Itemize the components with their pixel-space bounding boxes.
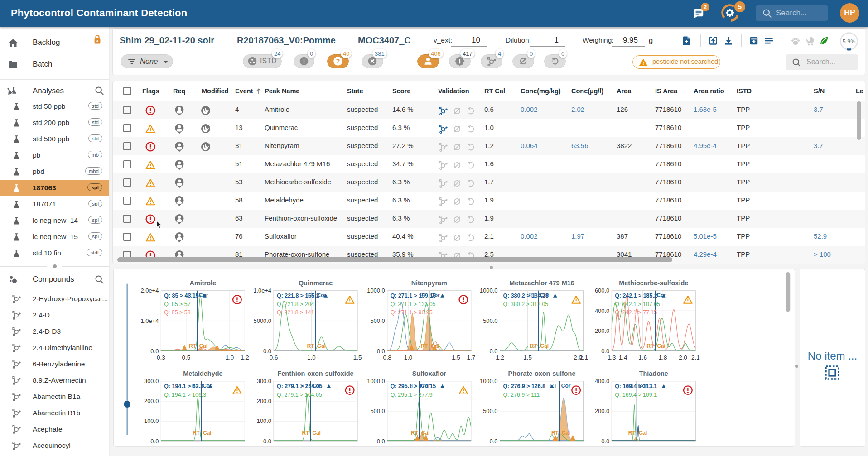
svg-text:RT: RT xyxy=(411,430,419,436)
svg-text:RT: RT xyxy=(307,343,315,349)
svg-text:RT: RT xyxy=(189,343,197,349)
svg-text:2.0: 2.0 xyxy=(679,354,687,361)
svg-text:Q: 194.1 > 106.3: Q: 194.1 > 106.3 xyxy=(164,392,206,398)
svg-text:Sulfoxaflor: Sulfoxaflor xyxy=(412,370,447,377)
svg-text:300.0: 300.0 xyxy=(144,378,159,384)
svg-text:Fenthion-oxon-sulfoxide: Fenthion-oxon-sulfoxide xyxy=(278,370,354,377)
svg-text:Metazachlor 479 M16: Metazachlor 479 M16 xyxy=(509,279,574,287)
svg-text:1.0: 1.0 xyxy=(226,354,234,361)
svg-text:0.8: 0.8 xyxy=(383,354,391,361)
svg-text:300.0: 300.0 xyxy=(257,378,271,384)
svg-text:100.0: 100.0 xyxy=(144,418,159,424)
svg-text:1.0e+4: 1.0e+4 xyxy=(140,317,159,324)
svg-text:Q: 279.1 > 264.05: Q: 279.1 > 264.05 xyxy=(277,383,323,389)
svg-text:100.0: 100.0 xyxy=(257,418,271,424)
svg-text:2.1: 2.1 xyxy=(579,354,588,361)
svg-text:Q: 85 > 57: Q: 85 > 57 xyxy=(164,301,190,307)
svg-text:0.0: 0.0 xyxy=(150,348,159,355)
svg-text:200.0: 200.0 xyxy=(257,398,271,404)
svg-text:Q: 221.8 > 165.2: Q: 221.8 > 165.2 xyxy=(277,293,319,299)
svg-text:Q: 85 > 58: Q: 85 > 58 xyxy=(164,309,190,316)
svg-text:500.0: 500.0 xyxy=(483,317,497,324)
svg-text:0.0: 0.0 xyxy=(377,438,385,445)
svg-text:Q: 295.1 > 174.15: Q: 295.1 > 174.15 xyxy=(391,383,436,389)
svg-text:Q: 276.9 > 126.8: Q: 276.9 > 126.8 xyxy=(503,383,545,389)
svg-text:0.0: 0.0 xyxy=(263,348,271,355)
svg-text:Methiocarbe-sulfoxide: Methiocarbe-sulfoxide xyxy=(619,279,688,287)
svg-text:2.0e+4: 2.0e+4 xyxy=(140,287,159,294)
svg-text:1000.0: 1000.0 xyxy=(480,378,498,384)
svg-text:0.0: 0.0 xyxy=(263,438,271,445)
svg-text:Q: 271.1 > 159.15: Q: 271.1 > 159.15 xyxy=(391,293,436,299)
svg-text:Thiadone: Thiadone xyxy=(639,370,668,377)
svg-text:Q: 169.4 > 109.1: Q: 169.4 > 109.1 xyxy=(615,392,657,398)
svg-text:Q: 380.2 > 312.05: Q: 380.2 > 312.05 xyxy=(503,301,548,307)
svg-text:Q: 169.4 > 113.1: Q: 169.4 > 113.1 xyxy=(615,383,657,389)
svg-text:1.8: 1.8 xyxy=(659,354,667,361)
svg-text:Cal: Cal xyxy=(657,343,665,349)
svg-text:200.0: 200.0 xyxy=(595,327,609,334)
svg-text:1.7: 1.7 xyxy=(467,354,475,361)
svg-text:Q: 221.8 > 204: Q: 221.8 > 204 xyxy=(277,301,314,307)
svg-text:1000.0: 1000.0 xyxy=(480,287,498,294)
svg-text:0.0: 0.0 xyxy=(490,438,498,445)
svg-text:Cor: Cor xyxy=(561,383,571,389)
svg-text:Q: 271.1 > 131.05: Q: 271.1 > 131.05 xyxy=(391,301,436,307)
svg-text:1.5: 1.5 xyxy=(523,354,532,361)
svg-text:Cal: Cal xyxy=(562,430,570,436)
svg-text:RT: RT xyxy=(628,430,636,436)
svg-text:Nitenpyram: Nitenpyram xyxy=(411,279,447,287)
svg-text:0.0: 0.0 xyxy=(490,348,498,355)
svg-text:RT: RT xyxy=(551,430,559,436)
svg-text:2.1: 2.1 xyxy=(691,354,700,361)
svg-text:Q: 279.1 > 104.05: Q: 279.1 > 104.05 xyxy=(277,392,322,398)
svg-text:Amitrole: Amitrole xyxy=(190,279,216,287)
svg-text:Q: 380.2 > 134.25: Q: 380.2 > 134.25 xyxy=(503,293,549,299)
svg-text:0.6: 0.6 xyxy=(270,354,278,361)
svg-text:Q: 242.1 > 185.2: Q: 242.1 > 185.2 xyxy=(615,293,657,299)
svg-text:400.0: 400.0 xyxy=(595,307,609,314)
svg-text:1.5: 1.5 xyxy=(452,354,460,361)
svg-text:1.2: 1.2 xyxy=(496,354,504,361)
svg-text:0.3: 0.3 xyxy=(157,354,165,361)
svg-text:500.0: 500.0 xyxy=(370,317,385,324)
svg-text:1000.0: 1000.0 xyxy=(367,287,385,294)
svg-text:600.0: 600.0 xyxy=(595,287,609,294)
svg-text:400.0: 400.0 xyxy=(595,378,609,384)
svg-text:500.0: 500.0 xyxy=(370,408,385,414)
svg-text:0.5: 0.5 xyxy=(182,354,190,361)
svg-text:Q: 242.1 > 107.05: Q: 242.1 > 107.05 xyxy=(615,301,660,307)
svg-text:Q: 85 > 43.15: Q: 85 > 43.15 xyxy=(164,293,198,299)
svg-text:0.0: 0.0 xyxy=(377,348,385,355)
svg-text:1.2: 1.2 xyxy=(241,354,249,361)
svg-text:Q: 295.1 > 277.9: Q: 295.1 > 277.9 xyxy=(391,392,433,398)
svg-text:RT: RT xyxy=(647,343,655,349)
svg-text:?: ? xyxy=(336,58,340,65)
svg-text:Metaldehyde: Metaldehyde xyxy=(183,370,222,377)
svg-text:Q: 276.9 > 111: Q: 276.9 > 111 xyxy=(503,392,540,398)
svg-text:1.5: 1.5 xyxy=(353,354,362,361)
svg-text:Q: 242.1 > 77.15: Q: 242.1 > 77.15 xyxy=(615,309,657,316)
svg-text:RT: RT xyxy=(302,430,310,436)
svg-text:1.3: 1.3 xyxy=(608,354,616,361)
svg-text:Cal: Cal xyxy=(312,430,321,436)
svg-text:1000.0: 1000.0 xyxy=(367,378,385,384)
svg-text:Cal: Cal xyxy=(318,343,326,349)
svg-text:1.4: 1.4 xyxy=(619,354,627,361)
svg-text:500.0: 500.0 xyxy=(483,408,497,414)
svg-text:1.0: 1.0 xyxy=(404,354,413,361)
svg-text:Cal: Cal xyxy=(203,430,212,436)
svg-text:Q: 194.1 > 62.3: Q: 194.1 > 62.3 xyxy=(164,383,203,389)
svg-text:1.0: 1.0 xyxy=(307,354,316,361)
svg-text:Cal: Cal xyxy=(431,343,439,349)
svg-text:200.0: 200.0 xyxy=(595,408,609,414)
svg-text:Q: 221.8 > 141: Q: 221.8 > 141 xyxy=(277,309,314,316)
svg-text:0.0: 0.0 xyxy=(601,348,609,355)
svg-text:RT: RT xyxy=(530,343,538,349)
svg-text:RT: RT xyxy=(420,343,428,349)
svg-text:Quinmerac: Quinmerac xyxy=(299,279,333,287)
svg-text:Phorate-oxon-sulfone: Phorate-oxon-sulfone xyxy=(508,370,576,377)
svg-text:Cal: Cal xyxy=(199,343,208,349)
svg-text:Cal: Cal xyxy=(421,430,430,436)
svg-text:200.0: 200.0 xyxy=(144,398,159,404)
